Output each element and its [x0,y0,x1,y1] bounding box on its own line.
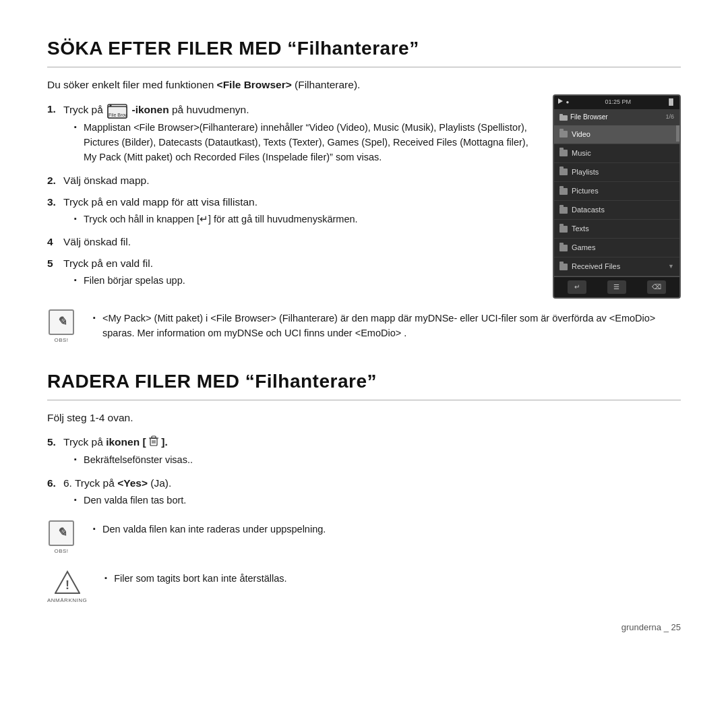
device-item-texts: Texts [554,220,679,239]
device-top-bar: ● 01:25 PM ▐▌ [554,96,679,109]
device-item-playlists: Playlists [554,163,679,182]
step-1-text: Tryck på File Browser -ikonen på huvudme… [63,104,249,115]
note-block-3: ! ANMÄRKNING Filer som tagits bort kan i… [47,567,681,607]
folder-icon-games [559,245,568,251]
step-2-content: Välj önskad mapp. [63,173,539,189]
svg-text:File Browser: File Browser [109,113,127,117]
device-page: 1/6 [665,113,674,122]
device-item-datacasts: Datacasts [554,201,679,220]
device-battery: ▐▌ [667,98,675,107]
step-1: 1. Tryck på File Browser -ikonen på huvu… [47,101,539,166]
note-icon-1: ✎ OBS! [47,309,75,344]
device-item-label-video: Video [572,129,590,140]
folder-icon-texts [559,226,568,233]
device-title: File Browser [570,112,663,123]
page-number: grunderna _ 25 [621,621,681,634]
note-label-2: OBS! [54,547,68,555]
note-icon-2: ✎ OBS! [47,520,75,555]
step-4: 4 Välj önskad fil. [47,234,539,250]
folder-icon-datacasts [559,207,568,214]
device-item-received: Received Files ▼ [554,257,679,276]
device-item-games: Games [554,239,679,257]
page-title-2: RADERA FILER MED “Filhanterare” [47,367,681,396]
svg-rect-4 [559,115,568,121]
device-play-btn: ● [558,98,569,107]
device-menu-btn[interactable]: ☰ [607,280,626,294]
svg-text:!: ! [65,578,69,592]
device-item-label-pictures: Pictures [572,185,599,197]
file-browser-svg-icon: File Browser [107,101,127,119]
device-title-bar: File Browser 1/6 [554,109,679,125]
folder-icon-music [559,150,568,156]
note-text-3: Filer som tagits bort kan inte återställ… [95,570,681,588]
note-1-bullet: <My Pack> (Mitt paket) i <File Browser> … [93,311,681,341]
step1-with-image: 1. Tryck på File Browser -ikonen på huvu… [47,101,681,299]
step-3-bullet-1: Tryck och håll in knappen [↵] för att gå… [74,212,539,227]
intro-text-1: Du söker enkelt filer med funktionen <Fi… [47,77,681,93]
step-6: 6. 6. Tryck på <Yes> (Ja). Den valda fil… [47,475,681,510]
section2-intro: Följ steg 1-4 ovan. [47,410,681,426]
step-5-number: 5 [47,255,63,272]
trash-icon [149,435,158,451]
step-1-bullets: Mapplistan <File Browser>(Filhanterare) … [63,121,539,164]
device-bottom-bar: ↵ ☰ ⌫ [554,276,679,297]
device-back-btn[interactable]: ↵ [568,280,586,294]
note-symbol-2: ✎ [49,520,74,546]
step-3-bullets: Tryck och håll in knappen [↵] för att gå… [63,212,539,227]
step-5b-number: 5. [47,434,63,450]
note-1-bullets: <My Pack> (Mitt paket) i <File Browser> … [84,311,681,341]
device-item-music: Music [554,144,679,163]
step-5b-bullet-1: Bekräftelsefönster visas.. [74,453,681,468]
device-item-label-received: Received Files [572,261,620,272]
step-1-content: Tryck på File Browser -ikonen på huvudme… [63,101,539,166]
step-5b: 5. Tryck på ikonen [ ]. Bekräftelsefönst… [47,434,681,470]
page-title-1: SÖKA EFTER FILER MED “Filhanterare” [47,34,681,63]
device-screenshot: ● 01:25 PM ▐▌ File Browser 1/6 Video Mus… [553,94,681,299]
step-6-number: 6. [47,475,63,491]
step-5-bullet-1: Filen börjar spelas upp. [74,274,539,289]
step-3: 3. Tryck på en vald mapp för att visa fi… [47,194,539,229]
device-delete-btn[interactable]: ⌫ [647,280,666,294]
step-5: 5 Tryck på en vald fil. Filen börjar spe… [47,255,539,291]
step-2-text: Välj önskad mapp. [63,175,150,186]
svg-point-2 [110,104,112,107]
svg-rect-5 [559,114,563,116]
note-2-bullet: Den valda filen kan inte raderas under u… [93,522,681,537]
text-column: 1. Tryck på File Browser -ikonen på huvu… [47,101,539,296]
page-footer: grunderna _ 25 [47,621,681,634]
step-3-number: 3. [47,194,63,210]
device-item-label-datacasts: Datacasts [572,204,605,216]
step-5b-content: Tryck på ikonen [ ]. Bekräftelsefönster … [63,434,681,470]
section-divider-2 [47,400,681,400]
device-item-label-texts: Texts [572,223,589,235]
step-5b-text: Tryck på ikonen [ ]. [63,436,168,448]
step-4-content: Välj önskad fil. [63,234,539,250]
device-list: Video Music Playlists Pictures Datacasts [554,125,679,276]
warning-triangle-icon: ! [55,570,80,595]
section-divider-1 [47,67,681,67]
step-3-content: Tryck på en vald mapp för att visa filli… [63,194,539,229]
device-dot: ● [566,99,570,105]
step-5-bullets: Filen börjar spelas upp. [63,274,539,289]
step-1-number: 1. [47,101,63,117]
device-item-label-games: Games [572,242,595,253]
step-6-text: 6. Tryck på <Yes> (Ja). [63,477,171,489]
note-block-2: ✎ OBS! Den valda filen kan inte raderas … [47,518,681,558]
note-label-3: ANMÄRKNING [47,597,87,605]
note-icon-3: ! ANMÄRKNING [47,570,87,605]
device-scrollbar [676,125,679,142]
device-item-label-playlists: Playlists [572,166,599,178]
note-text-2: Den valda filen kan inte raderas under u… [84,520,681,539]
device-time: 01:25 PM [605,98,632,107]
folder-icon-received [559,264,568,270]
step-3-text: Tryck på en vald mapp för att visa filli… [63,196,257,208]
step-2: 2. Välj önskad mapp. [47,173,539,189]
step-6-bullets: Den valda filen tas bort. [63,493,681,508]
warning-symbol: ! [55,570,80,595]
device-folder-icon [559,114,568,121]
trash-svg-icon [149,435,158,446]
device-scroll-arrow-down: ▼ [668,262,674,272]
step-5b-bullets: Bekräftelsefönster visas.. [63,453,681,468]
step-6-content: 6. Tryck på <Yes> (Ja). Den valda filen … [63,475,681,510]
note-label-1: OBS! [54,336,68,344]
